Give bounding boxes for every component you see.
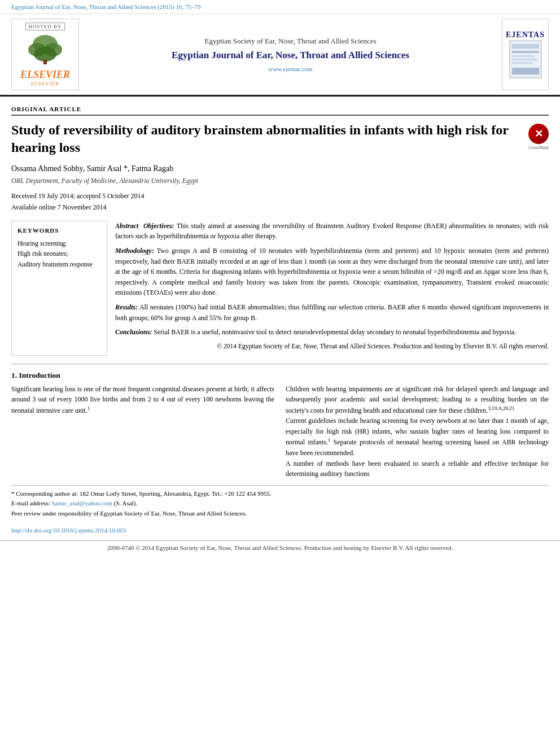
- section-divider: [11, 364, 549, 364]
- abstract-objectives: Abstract Objectives: This study aimed at…: [115, 221, 549, 242]
- ejentas-label: EJENTAS: [506, 30, 545, 40]
- elsevier-tree-icon: [23, 33, 68, 67]
- crossmark-label: CrossMark: [528, 145, 549, 150]
- svg-rect-11: [512, 68, 539, 75]
- ref-2b: 1: [328, 437, 331, 443]
- methodology-title: Methodology:: [115, 247, 154, 255]
- ejentas-logo-box: EJENTAS: [502, 19, 549, 90]
- ref-1: 1: [88, 405, 90, 411]
- keywords-title: KEYWORDS: [18, 227, 101, 234]
- svg-rect-7: [512, 51, 539, 53]
- svg-rect-4: [43, 60, 47, 64]
- journal-society: Egyptian Society of Ear, Nose, Throat an…: [205, 37, 377, 46]
- keywords-list: Hearing screening; High risk neonates; A…: [18, 238, 101, 269]
- doi-link[interactable]: http://dx.doi.org/10.1016/j.ejenta.2014.…: [11, 527, 126, 534]
- results-title: Results:: [115, 303, 138, 311]
- ref-3: 3,19,A,20,21: [488, 405, 514, 411]
- citation-text: Egyptian Journal of Ear, Nose, Throat an…: [11, 3, 200, 10]
- footnote-corresponding: * Corresponding author at: 182 Omar Lotf…: [11, 489, 549, 499]
- footnote-peer-review: Peer review under responsibility of Egyp…: [11, 509, 549, 519]
- conclusions-text: Serial BAER is a useful, noninvasive too…: [154, 328, 516, 336]
- objectives-text: This study aimed at assessing the revers…: [115, 222, 549, 241]
- crossmark-badge[interactable]: ✕ CrossMark: [528, 124, 549, 150]
- affiliation: ORL Department, Faculty of Medicine, Ale…: [11, 177, 549, 185]
- original-article-label: ORIGINAL ARTICLE: [11, 106, 549, 116]
- methodology-text: Two groups A and B consisting of 10 neon…: [115, 247, 549, 296]
- abstract-section: KEYWORDS Hearing screening; High risk ne…: [11, 221, 549, 356]
- received-date: Received 19 July 2014; accepted 5 Octobe…: [11, 191, 549, 202]
- elsevier-sub: ELSEVIER: [31, 81, 60, 86]
- intro-right-para3: A number of methods have been evaluated …: [286, 458, 549, 479]
- journal-name: Egyptian Journal of Ear, Nose, Throat an…: [172, 49, 409, 62]
- doi-bar: http://dx.doi.org/10.1016/j.ejenta.2014.…: [0, 525, 560, 536]
- hosted-by-box: HOSTED BY ELSEVIER ELSEVIER: [11, 19, 79, 90]
- copyright-line: © 2014 Egyptian Society of Ear, Nose, Th…: [115, 342, 549, 352]
- keyword-3: Auditory brainstem response: [18, 259, 101, 269]
- keywords-box: KEYWORDS Hearing screening; High risk ne…: [11, 221, 107, 356]
- svg-rect-10: [512, 62, 532, 64]
- crossmark-icon[interactable]: ✕: [528, 124, 549, 144]
- intro-left-text1: Significant hearing loss is one of the m…: [11, 385, 274, 414]
- article-title-row: Study of reversibility of auditory brain…: [11, 121, 549, 156]
- email-label: E-mail address:: [11, 500, 50, 506]
- authors: Ossama Ahmed Sobhy, Samir Asal *, Fatma …: [11, 164, 549, 173]
- article-content: ORIGINAL ARTICLE Study of reversibility …: [0, 97, 560, 525]
- svg-rect-8: [512, 55, 535, 57]
- svg-rect-9: [512, 59, 537, 60]
- footnote-section: * Corresponding author at: 182 Omar Lotf…: [11, 485, 549, 519]
- keyword-2: High risk neonates;: [18, 248, 101, 259]
- ejentas-cover-icon: [509, 40, 542, 79]
- objectives-title: Objectives:: [143, 222, 174, 230]
- journal-url: www.ejentas.com: [268, 65, 312, 72]
- conclusions-title: Conclusions:: [115, 328, 152, 336]
- dates: Received 19 July 2014; accepted 5 Octobe…: [11, 191, 549, 212]
- two-column-intro: Significant hearing loss is one of the m…: [11, 384, 549, 479]
- abstract-conclusions: Conclusions: Serial BAER is a useful, no…: [115, 327, 549, 338]
- keyword-1: Hearing screening;: [18, 238, 101, 248]
- abstract-results: Results: All neonates (100%) had initial…: [115, 302, 549, 323]
- article-title: Study of reversibility of auditory brain…: [11, 121, 523, 156]
- email-name: (S. Asal).: [114, 500, 137, 506]
- svg-rect-6: [512, 44, 539, 49]
- introduction-heading: 1. Introduction: [11, 371, 549, 380]
- journal-title-section: Egyptian Society of Ear, Nose, Throat an…: [85, 19, 496, 90]
- abstract-text: Abstract Objectives: This study aimed at…: [115, 221, 549, 356]
- bottom-bar: 2090-0740 © 2014 Egyptian Society of Ear…: [0, 540, 560, 554]
- abstract-methodology: Methodology: Two groups A and B consisti…: [115, 246, 549, 298]
- svg-point-3: [34, 47, 56, 62]
- email-link[interactable]: Samir_asal@yahoo.com: [51, 500, 112, 506]
- intro-left-para1: Significant hearing loss is one of the m…: [11, 384, 274, 416]
- hosted-by-label: HOSTED BY: [25, 23, 64, 30]
- column-right: Children with hearing impairments are at…: [286, 384, 549, 479]
- abstract-label: Abstract: [115, 222, 138, 230]
- footnote-email: E-mail address: Samir_asal@yahoo.com (S.…: [11, 499, 549, 509]
- elsevier-logo: ELSEVIER: [20, 69, 70, 81]
- available-date: Available online 7 November 2014: [11, 202, 549, 213]
- column-left: Significant hearing loss is one of the m…: [11, 384, 274, 479]
- citation-bar: Egyptian Journal of Ear, Nose, Throat an…: [0, 0, 560, 14]
- journal-header: HOSTED BY ELSEVIER ELSEVIER Egyptian Soc…: [0, 14, 560, 97]
- intro-right-para1: Children with hearing impairments are at…: [286, 384, 549, 416]
- results-text: All neonates (100%) had initial BAER abn…: [115, 303, 549, 322]
- intro-right-para2: Current guidelines include hearing scree…: [286, 416, 549, 458]
